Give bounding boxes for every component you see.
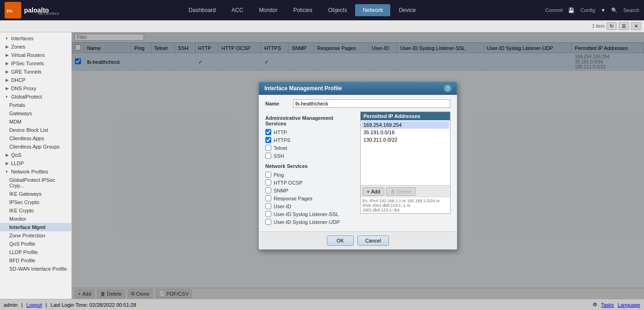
logout-link[interactable]: Logout: [26, 302, 42, 308]
modal-name-input[interactable]: [293, 99, 450, 108]
http-ocsp-label: HTTP OCSP: [274, 180, 303, 186]
modal-ok-button[interactable]: OK: [327, 236, 354, 246]
sidebar-item-zones[interactable]: ▶ Zones: [0, 43, 71, 51]
sidebar-item-mdm[interactable]: MDM: [0, 118, 71, 126]
content-area: Name Ping Telnet SSH HTTP HTTP OCSP HTTP…: [72, 32, 644, 299]
checkbox-user-id: User-ID: [265, 203, 356, 209]
close-filter-button[interactable]: ✕: [631, 22, 641, 30]
add-ip-button[interactable]: + Add: [363, 187, 384, 196]
warning-icon: ⚠: [140, 302, 144, 308]
ssh-checkbox[interactable]: [265, 153, 271, 159]
expand-icon: ▾: [6, 94, 9, 99]
sidebar-item-gp-ipsec[interactable]: GlobalProtect IPSec Cryp...: [0, 176, 71, 190]
search-link[interactable]: Search: [623, 7, 639, 13]
tab-network[interactable]: Network: [355, 4, 390, 16]
ping-checkbox[interactable]: [265, 172, 271, 178]
sidebar-item-ike-crypto[interactable]: IKE Crypto: [0, 206, 71, 215]
commit-link[interactable]: Commit: [545, 7, 563, 13]
sidebar-item-virtual-routers[interactable]: ▶ Virtual Routers: [0, 51, 71, 59]
tab-acc[interactable]: ACC: [224, 4, 250, 16]
modal-body: Name Administrative Management Services …: [259, 95, 457, 231]
telnet-label: Telnet: [274, 145, 287, 151]
sidebar-item-sdwan-profile[interactable]: SD-WAN Interface Profile: [0, 265, 71, 273]
modal-two-col: Administrative Management Services HTTP …: [265, 112, 450, 227]
delete-ip-button[interactable]: 🗑 Delete: [386, 187, 416, 196]
language-link[interactable]: Language: [618, 302, 640, 308]
sidebar-item-interface-mgmt[interactable]: Interface Mgmt: [0, 223, 71, 231]
nav-tabs: Dashboard ACC Monitor Policies Objects N…: [59, 4, 545, 16]
tab-policies[interactable]: Policies: [286, 4, 319, 16]
response-pages-checkbox[interactable]: [265, 195, 271, 201]
sidebar-item-gre-tunnels[interactable]: ▶ GRE Tunnels: [0, 68, 71, 76]
sidebar-item-lldp[interactable]: ▶ LLDP: [0, 159, 71, 167]
checkbox-response-pages: Response Pages: [265, 195, 356, 201]
sidebar-item-qos[interactable]: ▶ QoS: [0, 151, 71, 159]
sidebar-item-ipsec-crypto[interactable]: IPSec Crypto: [0, 198, 71, 206]
ip-row-0[interactable]: 169.254.169.254: [362, 121, 449, 129]
sidebar-item-portals[interactable]: Portals: [0, 101, 71, 109]
tab-monitor[interactable]: Monitor: [251, 4, 285, 16]
uid-udp-checkbox[interactable]: [265, 219, 271, 225]
sidebar-item-clientless-app-groups[interactable]: Clientless App Groups: [0, 143, 71, 151]
sidebar-item-label: Monitor: [9, 216, 26, 222]
top-bar: PA paloalto NETWORKS Dashboard ACC Monit…: [0, 0, 644, 20]
permitted-ip-panel: Permitted IP Addresses 169.254.169.254 3…: [360, 112, 450, 214]
sidebar-item-label: LLDP Profile: [9, 249, 38, 255]
telnet-checkbox[interactable]: [265, 145, 271, 151]
sidebar-item-clientless-apps[interactable]: Clientless Apps: [0, 134, 71, 143]
tasks-link[interactable]: Tasks: [601, 302, 614, 308]
tab-objects[interactable]: Objects: [321, 4, 355, 16]
checkbox-http: HTTP: [265, 129, 356, 135]
modal-help-button[interactable]: ?: [444, 85, 451, 92]
snmp-checkbox[interactable]: [265, 187, 271, 193]
tasks-icon: ⚙: [593, 302, 597, 308]
sidebar-item-globalprotect[interactable]: ▾ GlobalProtect: [0, 93, 71, 101]
admin-section-header: Administrative Management Services: [265, 115, 356, 126]
sidebar-item-label: Interface Mgmt: [9, 224, 45, 230]
filter-button[interactable]: ☰: [619, 22, 629, 30]
https-checkbox[interactable]: [265, 137, 271, 143]
modal-header: Interface Management Profile ?: [259, 82, 457, 95]
sidebar-item-lldp-profile[interactable]: LLDP Profile: [0, 248, 71, 256]
ip-row-2[interactable]: 130.211.0.0/22: [362, 136, 449, 143]
sidebar-item-label: QoS: [11, 152, 21, 158]
user-id-checkbox[interactable]: [265, 203, 271, 209]
tab-device[interactable]: Device: [391, 4, 423, 16]
sidebar-item-interfaces[interactable]: ▾ Interfaces: [0, 34, 71, 43]
sidebar-item-dns-proxy[interactable]: ▶ DNS Proxy: [0, 84, 71, 93]
sidebar-item-dhcp[interactable]: ▶ DHCP: [0, 76, 71, 84]
sidebar-item-ike-gateways[interactable]: IKE Gateways: [0, 190, 71, 198]
sidebar-item-label: Portals: [9, 102, 25, 108]
expand-icon: ▶: [6, 78, 9, 82]
sidebar-item-label: Zones: [11, 44, 25, 50]
status-bar: admin | Logout | Last Login Time: 02/28/…: [0, 299, 644, 310]
http-checkbox[interactable]: [265, 129, 271, 135]
sidebar-item-gateways[interactable]: Gateways: [0, 109, 71, 118]
sidebar-item-label: IPSec Crypto: [9, 199, 39, 205]
http-ocsp-checkbox[interactable]: [265, 180, 271, 186]
sidebar-item-bfd-profile[interactable]: BFD Profile: [0, 256, 71, 265]
tab-dashboard[interactable]: Dashboard: [181, 4, 223, 16]
uid-ssl-label: User-ID Syslog Listener-SSL: [274, 211, 339, 217]
modal-overlay: Interface Management Profile ? Name Admi…: [72, 32, 644, 299]
ip-row-1[interactable]: 35.191.0.0/16: [362, 129, 449, 136]
expand-icon: ▶: [6, 161, 9, 166]
uid-ssl-checkbox[interactable]: [265, 211, 271, 217]
modal-cancel-button[interactable]: Cancel: [357, 236, 389, 246]
expand-icon: ▶: [6, 86, 9, 91]
refresh-button[interactable]: ↻: [606, 22, 617, 30]
sidebar-item-monitor[interactable]: Monitor: [0, 215, 71, 223]
sidebar-item-label: DNS Proxy: [11, 86, 36, 91]
app-logo: PA paloalto NETWORKS: [5, 2, 59, 19]
sidebar-item-label: IKE Gateways: [9, 191, 42, 197]
config-link[interactable]: Config: [580, 7, 595, 13]
config-dropdown-icon[interactable]: ▼: [600, 7, 606, 13]
sidebar-item-zone-protection[interactable]: Zone Protection: [0, 231, 71, 240]
sidebar-item-device-block-list[interactable]: Device Block List: [0, 126, 71, 134]
sidebar: ▾ Interfaces ▶ Zones ▶ Virtual Routers ▶…: [0, 32, 72, 299]
sidebar-item-ipsec-tunnels[interactable]: ▶ IPSec Tunnels: [0, 59, 71, 68]
sidebar-item-network-profiles[interactable]: ▾ Network Profiles: [0, 167, 71, 176]
sidebar-item-qos-profile[interactable]: QoS Profile: [0, 240, 71, 248]
expand-icon: ▶: [6, 69, 9, 74]
sidebar-item-label: BFD Profile: [9, 258, 35, 263]
